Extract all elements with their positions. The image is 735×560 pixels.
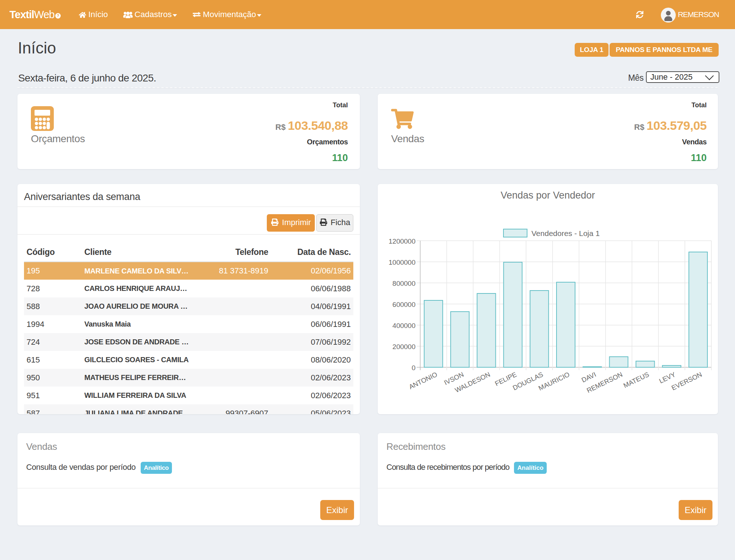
svg-text:Vendas por Vendedor: Vendas por Vendedor bbox=[501, 190, 595, 201]
svg-text:800000: 800000 bbox=[393, 280, 415, 287]
svg-text:Vendedores - Loja 1: Vendedores - Loja 1 bbox=[531, 229, 600, 237]
svg-text:EVERSON: EVERSON bbox=[670, 371, 703, 392]
svg-text:600000: 600000 bbox=[393, 301, 415, 308]
svg-text:LEVY: LEVY bbox=[658, 371, 677, 385]
svg-text:?: ? bbox=[57, 13, 59, 18]
svg-text:0: 0 bbox=[411, 364, 415, 372]
svg-text:200000: 200000 bbox=[393, 343, 415, 351]
svg-text:ANTONIO: ANTONIO bbox=[407, 371, 438, 391]
svg-text:MATEUS: MATEUS bbox=[622, 371, 650, 389]
svg-text:400000: 400000 bbox=[393, 322, 415, 329]
svg-text:DAVI: DAVI bbox=[580, 371, 597, 384]
svg-text:1200000: 1200000 bbox=[389, 237, 415, 245]
svg-text:1000000: 1000000 bbox=[389, 259, 415, 266]
